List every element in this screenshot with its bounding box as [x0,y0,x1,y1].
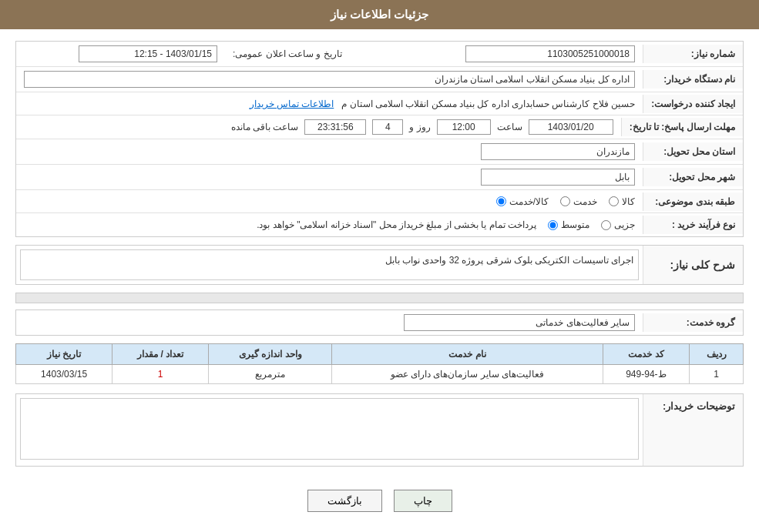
cell-vahed: مترمربع [209,365,332,384]
baqi-box: 23:31:56 [304,119,366,135]
nam-dastgah-row: نام دستگاه خریدار: اداره کل بنیاد مسکن ا… [16,67,743,92]
col-vahed: واحد اندازه گیری [209,344,332,365]
col-tarikh: تاریخ نیاز [16,344,113,365]
col-nam: نام خدمت [332,344,603,365]
ijad-konnande-link[interactable]: اطلاعات تماس خریدار [250,99,334,109]
ostan-row: استان محل تحویل: مازندران [16,139,743,165]
main-content: شماره نیاز: 1103005251000018 تاریخ و ساع… [0,29,759,532]
tozihat-label: توضیحات خریدار: [643,394,743,466]
radio-kala-khedmat-label: کالا/خدمت [509,196,549,207]
mohlat-saat-box: 12:00 [437,119,491,135]
table-section: ردیف کد خدمت نام خدمت واحد اندازه گیری ت… [15,343,744,384]
sharh-text: اجرای تاسیسات الکتریکی بلوک شرقی پروژه 3… [385,255,633,266]
tarikh-aelan-label: تاریخ و ساعت اعلان عمومی: [225,45,434,63]
button-row: چاپ بازگشت [15,478,744,524]
cell-tarikh: 1403/03/15 [16,365,113,384]
radio-mottavaset-input[interactable] [548,220,558,230]
groh-box: سایر فعالیت‌های خدماتی [404,314,635,331]
groh-label: گروه خدمت: [643,313,743,332]
tarikh-label: تاریخ و ساعت اعلان عمومی: [233,49,342,59]
page-wrapper: جزئیات اطلاعات نیاز شماره نیاز: 11030052… [0,0,759,532]
shahr-box: بابل [481,169,635,186]
page-title: جزئیات اطلاعات نیاز [0,0,759,29]
mohlat-ersal-row: مهلت ارسال پاسخ: تا تاریخ: 1403/01/20 سا… [16,115,743,139]
cell-tedad: 1 [113,365,209,384]
shomare-niaz-row: شماره نیاز: 1103005251000018 تاریخ و ساع… [16,42,743,67]
radio-kala-input[interactable] [609,196,619,206]
cell-kod: ط-94-949 [603,365,690,384]
ijad-konnande-text: حسین فلاح کارشناس حسابداری اداره کل بنیا… [341,99,635,109]
shomare-niaz-value: 1103005251000018 [434,42,643,66]
tarikh-aelan-value: 1403/01/15 - 12:15 [16,42,225,66]
baqi-label: ساعت باقی مانده [231,122,299,132]
shahr-value: بابل [16,165,643,189]
noe-desc-text: پرداخت تمام یا بخشی از مبلغ خریداز محل "… [257,219,536,230]
shahr-label: شهر محل تحویل: [643,168,743,186]
tabaqe-radio-group: کالا خدمت کالا/خدمت [24,196,635,207]
radio-khedmat-input[interactable] [560,196,570,206]
shomare-niaz-box: 1103005251000018 [465,45,635,62]
ijad-konnande-row: ایجاد کننده درخواست: حسین فلاح کارشناس ح… [16,92,743,115]
noe-farayand-value: جزیی متوسط پرداخت تمام یا بخشی از مبلغ خ… [16,216,643,234]
nam-dastgah-box: اداره کل بنیاد مسکن انقلاب اسلامی استان … [24,71,635,88]
noe-farayand-row: نوع فرآیند خرید : جزیی متوسط پرداخت تمام… [16,213,743,236]
roz-box: 4 [372,119,403,135]
radio-jozei[interactable]: جزیی [601,219,635,230]
header-title: جزئیات اطلاعات نیاز [331,8,428,21]
sharh-label: شرح کلی نیاز: [643,246,743,284]
shomare-niaz-label: شماره نیاز: [643,45,743,63]
radio-khedmat[interactable]: خدمت [560,196,597,207]
ostan-label: استان محل تحویل: [643,142,743,161]
tabaqe-value: کالا خدمت کالا/خدمت [16,192,643,211]
saat-label: ساعت [497,122,522,132]
mohlat-date-box: 1403/01/20 [529,119,613,135]
radio-kala-label: کالا [622,196,635,207]
ijad-konnande-value: حسین فلاح کارشناس حسابداری اداره کل بنیا… [16,95,643,113]
radio-jozei-label: جزیی [614,219,635,230]
radio-kala-khedmat[interactable]: کالا/خدمت [496,196,549,207]
radio-kala[interactable]: کالا [609,196,635,207]
tozihat-textarea[interactable] [20,398,639,460]
roz-label: روز و [409,122,430,132]
radio-mottavaset-label: متوسط [561,219,589,230]
sharh-text-box: اجرای تاسیسات الکتریکی بلوک شرقی پروژه 3… [20,249,639,280]
nam-dastgah-label: نام دستگاه خریدار: [643,70,743,89]
mohlat-ersal-value: 1403/01/20 ساعت 12:00 روز و 4 23:31:56 س… [16,115,621,139]
tabaqe-label: طبقه بندی موضوعی: [643,192,743,211]
cell-radif: 1 [690,365,744,384]
mohlat-ersal-label: مهلت ارسال پاسخ: تا تاریخ: [621,118,743,136]
back-button[interactable]: بازگشت [307,490,382,512]
ijad-konnande-label: ایجاد کننده درخواست: [643,95,743,113]
noe-farayand-label: نوع فرآیند خرید : [643,216,743,234]
tozihat-section: توضیحات خریدار: [15,393,744,467]
cell-nam: فعالیت‌های سایر سازمان‌های دارای عضو [332,365,603,384]
col-radif: ردیف [690,344,744,365]
table-row: 1 ط-94-949 فعالیت‌های سایر سازمان‌های دا… [16,365,744,384]
ostan-value: مازندران [16,139,643,164]
col-tedad: تعداد / مقدار [113,344,209,365]
noe-farayand-radio-group: جزیی متوسط پرداخت تمام یا بخشی از مبلغ خ… [24,219,635,230]
datetime-container: 1403/01/20 ساعت 12:00 روز و 4 23:31:56 س… [24,119,613,135]
tarikh-aelan-box: 1403/01/15 - 12:15 [79,45,217,62]
etelaat-header [15,293,744,303]
groh-row: گروه خدمت: سایر فعالیت‌های خدماتی [15,309,744,336]
print-button[interactable]: چاپ [394,490,452,512]
radio-kala-khedmat-input[interactable] [496,196,506,206]
groh-value: سایر فعالیت‌های خدماتی [16,310,643,335]
radio-jozei-input[interactable] [601,220,611,230]
radio-noe-desc: پرداخت تمام یا بخشی از مبلغ خریداز محل "… [24,219,536,230]
services-table: ردیف کد خدمت نام خدمت واحد اندازه گیری ت… [15,343,744,384]
radio-mottavaset[interactable]: متوسط [548,219,589,230]
radio-khedmat-label: خدمت [573,196,597,207]
nam-dastgah-value: اداره کل بنیاد مسکن انقلاب اسلامی استان … [16,67,643,92]
sharh-value: اجرای تاسیسات الکتریکی بلوک شرقی پروژه 3… [16,246,643,284]
ostan-box: مازندران [481,143,635,160]
tozihat-value-cell [16,394,643,466]
col-kod: کد خدمت [603,344,690,365]
shahr-row: شهر محل تحویل: بابل [16,165,743,190]
tabaqe-row: طبقه بندی موضوعی: کالا خدمت کالا/خدمت [16,190,743,213]
table-header-row: ردیف کد خدمت نام خدمت واحد اندازه گیری ت… [16,344,744,365]
sharh-section: شرح کلی نیاز: اجرای تاسیسات الکتریکی بلو… [15,245,744,285]
top-info-section: شماره نیاز: 1103005251000018 تاریخ و ساع… [15,41,744,237]
